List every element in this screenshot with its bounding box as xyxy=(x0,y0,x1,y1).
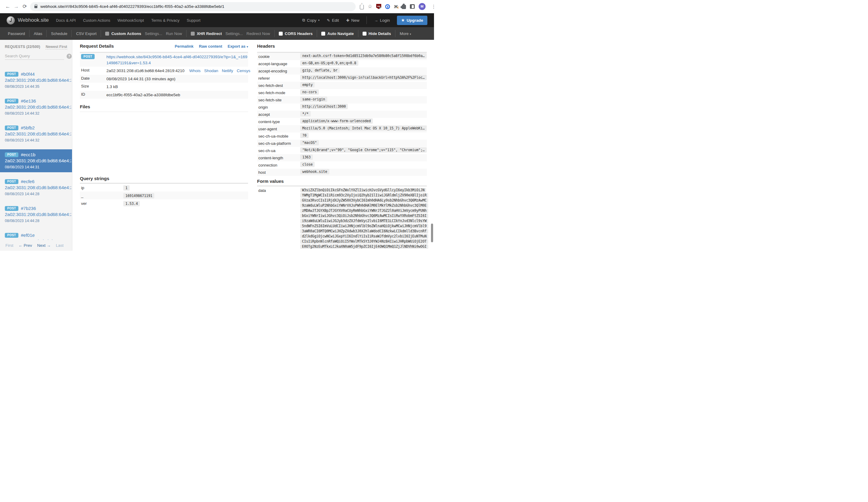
query-strings-table: ip 1 _ 1691498671191 ver 1.53.4 xyxy=(80,183,248,207)
whois-link[interactable]: Whois xyxy=(189,68,201,74)
request-toolbar: Password Alias Schedule CSV Export Custo… xyxy=(0,27,434,40)
request-list-item[interactable]: POST#ecfe6 2a02:3031:208:d1d6:bd68:64e4:… xyxy=(0,176,76,199)
nav-docs-api[interactable]: Docs & API xyxy=(56,18,76,23)
custom-actions-settings-button[interactable]: Settings... xyxy=(145,31,163,36)
brand-logo-icon[interactable] xyxy=(7,16,15,24)
xhr-redirect-toggle[interactable]: XHR Redirect xyxy=(191,31,222,36)
star-icon: ★ xyxy=(401,18,404,22)
hide-details-toggle[interactable]: Hide Details xyxy=(363,31,391,36)
request-id-link[interactable]: #7b236 xyxy=(21,206,36,211)
header-value: close xyxy=(300,162,315,167)
request-id-link[interactable]: #ecfe6 xyxy=(21,179,34,184)
header-row: content-typeapplication/x-www-form-urlen… xyxy=(257,118,427,125)
nav-webhookscript[interactable]: WebhookScript xyxy=(117,18,144,23)
page-scrollbar-thumb[interactable] xyxy=(431,223,433,242)
copy-button[interactable]: ⧉Copy▾ xyxy=(302,18,320,23)
request-ip-link[interactable]: 2a02:3031:208:d1d6:bd68:64e4:28 xyxy=(5,104,71,111)
request-list-item[interactable]: POST#7b236 2a02:3031:208:d1d6:bd68:64e4:… xyxy=(0,203,76,226)
page-last[interactable]: Last xyxy=(56,243,64,248)
search-input[interactable] xyxy=(5,52,64,60)
request-list-item[interactable]: POST#6e136 2a02:3031:208:d1d6:bd68:64e4:… xyxy=(0,96,76,119)
netlify-link[interactable]: Netlify xyxy=(222,68,233,74)
sidebar-toggle-icon[interactable] xyxy=(410,4,415,9)
nav-custom-actions[interactable]: Custom Actions xyxy=(83,18,110,23)
extensions-puzzle-icon[interactable] xyxy=(402,5,406,9)
schedule-button[interactable]: Schedule xyxy=(51,31,67,36)
reload-icon[interactable]: ⟳ xyxy=(21,3,29,10)
export-as-dropdown[interactable]: Export as▾ xyxy=(228,44,248,49)
page-first[interactable]: First xyxy=(6,243,13,248)
nav-support[interactable]: Support xyxy=(187,18,201,23)
request-ip-link[interactable]: 2a02:3031:208:d1d6:bd68:64e4:28 xyxy=(5,212,71,218)
forward-icon[interactable]: → xyxy=(12,3,21,10)
request-id-link[interactable]: #ecc1b xyxy=(21,152,35,157)
request-date: 08/08/2023 14:44:32 xyxy=(5,111,71,117)
caret-down-icon: ▾ xyxy=(318,19,320,22)
browser-menu-icon[interactable]: ⋮ xyxy=(430,4,434,9)
header-row: hostwebhook.site xyxy=(257,169,427,176)
custom-actions-toggle[interactable]: Custom Actions xyxy=(105,31,141,36)
table-row-date: Date 08/08/2023 14:44:31 (33 minutes ago… xyxy=(80,75,248,83)
xhr-settings-button[interactable]: Settings... xyxy=(225,31,243,36)
header-value: http://localhost:3000/sign-in?callbackUr… xyxy=(300,75,427,80)
url-text[interactable]: webhook.site/#!/843c9506-b845-4ce4-af46-… xyxy=(40,4,224,9)
table-row-url: POST https://webhook.site/843c9506-b845-… xyxy=(80,53,248,67)
onepassword-extension-icon[interactable] xyxy=(385,4,390,9)
run-now-button[interactable]: Run Now xyxy=(166,31,182,36)
table-row-size: Size 1.3 kB xyxy=(80,83,248,91)
cors-headers-checkbox[interactable] xyxy=(279,32,283,36)
table-row-host: Host 2a02:3031:208:d1d6:bd68:64e4:2819:4… xyxy=(80,67,248,75)
share-icon[interactable] xyxy=(360,5,364,9)
sort-order-toggle[interactable]: Newest First xyxy=(45,45,67,50)
sidebar-scrollbar-track[interactable] xyxy=(72,40,76,251)
censys-link[interactable]: Censys xyxy=(237,68,250,74)
request-details-table: POST https://webhook.site/843c9506-b845-… xyxy=(80,52,248,99)
hide-details-checkbox[interactable] xyxy=(363,32,366,36)
back-icon[interactable]: ← xyxy=(3,3,12,10)
new-button[interactable]: ✚New xyxy=(346,18,360,23)
request-list-item[interactable]: POST#5bfb2 2a02:3031:208:d1d6:bd68:64e4:… xyxy=(0,122,76,145)
raw-content-link[interactable]: Raw content xyxy=(199,44,222,49)
request-id-link[interactable]: #ef01e xyxy=(21,233,35,238)
request-list-item[interactable]: POST#b0f44 2a02:3031:208:d1d6:bd68:64e4:… xyxy=(0,69,76,92)
cors-headers-toggle[interactable]: CORS Headers xyxy=(279,31,312,36)
shodan-link[interactable]: Shodan xyxy=(204,68,218,74)
request-ip-link[interactable]: 2a02:3031:208:d1d6:bd68:64e4:28 xyxy=(5,78,71,84)
login-button[interactable]: →Login xyxy=(374,18,390,23)
files-title: Files xyxy=(80,104,248,109)
profile-avatar[interactable]: M xyxy=(418,3,426,10)
request-id-link[interactable]: #6e136 xyxy=(21,98,36,103)
xhr-redirect-checkbox[interactable] xyxy=(191,32,195,36)
ublock-extension-icon[interactable]: uo2 xyxy=(376,4,381,9)
permalink-link[interactable]: Permalink xyxy=(175,44,194,49)
bug-extension-icon[interactable]: Жc xyxy=(394,4,398,9)
address-bar[interactable]: webhook.site/#!/843c9506-b845-4ce4-af46-… xyxy=(30,2,355,11)
page-prev[interactable]: ← Prev xyxy=(18,243,32,248)
request-id-link[interactable]: #b0f44 xyxy=(21,71,35,77)
request-list-item-selected[interactable]: POST#ecc1b 2a02:3031:208:d1d6:bd68:64e4:… xyxy=(0,149,76,172)
auto-navigate-toggle[interactable]: Auto Navigate xyxy=(321,31,353,36)
edit-button[interactable]: ✎Edit xyxy=(327,18,339,23)
password-button[interactable]: Password xyxy=(8,31,25,36)
request-ip-link[interactable]: 2a02:3031:208:d1d6:bd68:64e4:28 xyxy=(5,158,71,164)
request-ip-link[interactable]: 2a02:3031:208:d1d6:bd68:64e4:28 xyxy=(5,185,71,191)
bookmark-star-icon[interactable]: ☆ xyxy=(368,3,372,10)
custom-actions-checkbox[interactable] xyxy=(105,32,109,36)
auto-navigate-checkbox[interactable] xyxy=(321,32,325,36)
request-id-link[interactable]: #5bfb2 xyxy=(21,125,35,130)
request-url-link[interactable]: https://webhook.site/843c9506-b845-4ce4-… xyxy=(106,54,247,65)
header-value: no-cors xyxy=(300,89,319,95)
nav-terms-privacy[interactable]: Terms & Privacy xyxy=(151,18,180,23)
more-button[interactable]: More ▾ xyxy=(400,31,411,36)
upgrade-button[interactable]: ★Upgrade xyxy=(397,16,427,25)
alias-button[interactable]: Alias xyxy=(34,31,42,36)
header-row: user-agentMozilla/5.0 (Macintosh; Intel … xyxy=(257,125,427,132)
date-value: 08/08/2023 14:44:31 (33 minutes ago) xyxy=(106,76,248,82)
host-value: 2a02:3031:208:d1d6:bd68:64e4:2819:4210 xyxy=(106,68,185,74)
page-next[interactable]: Next → xyxy=(37,243,51,248)
brand-name[interactable]: Webhook.site xyxy=(18,17,49,23)
help-icon[interactable]: ? xyxy=(66,54,72,59)
request-ip-link[interactable]: 2a02:3031:208:d1d6:bd68:64e4:28 xyxy=(5,131,71,138)
redirect-now-button[interactable]: Redirect Now xyxy=(247,31,270,36)
csv-export-button[interactable]: CSV Export xyxy=(76,31,96,36)
